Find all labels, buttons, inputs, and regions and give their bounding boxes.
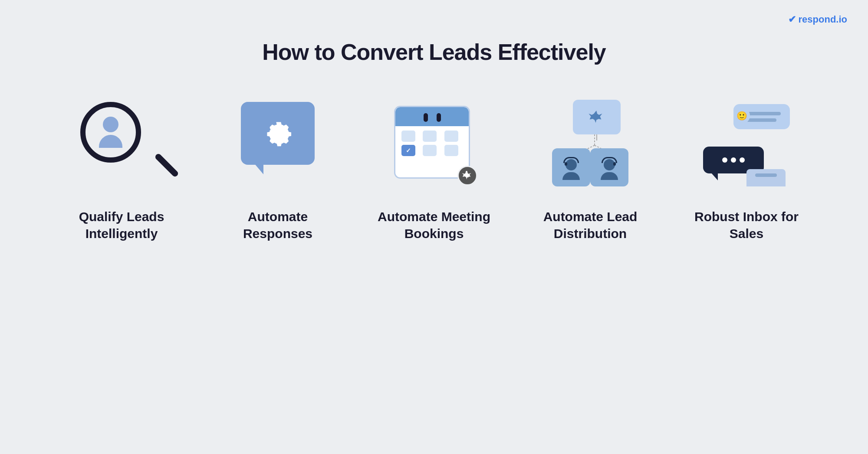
calendar-gear-overlay (457, 166, 477, 186)
calendar-gear-icon: ✓ (391, 100, 477, 186)
automate-responses-icon (234, 100, 321, 186)
gear-small-icon (462, 170, 473, 181)
dist-bubble (573, 100, 621, 134)
card-automate-responses: Automate Responses (200, 100, 356, 242)
card-automate-distribution: Automate Lead Distribution (512, 100, 668, 242)
card-label-automate-meetings: Automate Meeting Bookings (373, 208, 495, 242)
dist-gear-icon (588, 108, 605, 126)
dist-agent-left (552, 148, 590, 186)
automate-meetings-icon: ✓ (391, 100, 477, 186)
logo-checkmark-icon: ✔ (788, 14, 796, 25)
chat-gear-icon (237, 102, 319, 184)
card-qualify-leads: Qualify Leads Intelligently (43, 100, 200, 242)
svg-point-1 (466, 174, 470, 178)
gear-svg-icon (263, 118, 293, 149)
card-robust-inbox: 🙂 Robust Inbox for Sales (668, 100, 825, 242)
magnify-person-icon (80, 102, 163, 184)
cards-container: Qualify Leads Intelligently Aut (0, 100, 868, 242)
distribution-icon (547, 100, 634, 186)
card-label-robust-inbox: Robust Inbox for Sales (686, 208, 807, 242)
logo-text: respond.io (799, 14, 847, 25)
qualify-leads-icon (78, 100, 165, 186)
robust-inbox-icon: 🙂 (703, 100, 790, 186)
card-label-automate-distribution: Automate Lead Distribution (529, 208, 651, 242)
card-label-qualify-leads: Qualify Leads Intelligently (61, 208, 182, 242)
logo: ✔ respond.io (788, 14, 847, 25)
dist-agent-right (590, 148, 628, 186)
inbox-tray (746, 169, 786, 186)
automate-distribution-icon (547, 100, 634, 186)
page-title: How to Convert Leads Effectively (0, 39, 868, 65)
card-automate-meetings: ✓ Automate Meeting Bookings (356, 100, 512, 242)
svg-point-2 (594, 114, 599, 120)
inbox-light-bubble: 🙂 (733, 104, 790, 129)
smiley-icon: 🙂 (733, 108, 750, 124)
card-label-automate-responses: Automate Responses (217, 208, 339, 242)
inbox-icon: 🙂 (703, 100, 790, 186)
